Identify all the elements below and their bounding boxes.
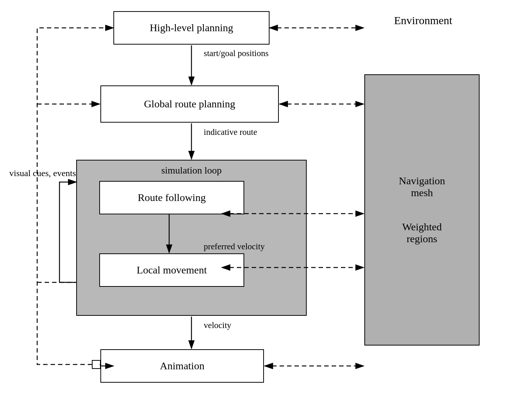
indicative-route-label: indicative route: [204, 126, 257, 138]
high-level-box: High-level planning: [113, 11, 270, 45]
start-goal-label: start/goal positions: [204, 48, 268, 59]
sim-loop-label: simulation loop: [77, 165, 306, 176]
preferred-velocity-label: preferred velocity: [204, 241, 265, 253]
diagram: Environment High-level planning Global r…: [0, 0, 532, 415]
simulation-loop-box: simulation loop Route following Local mo…: [76, 160, 307, 316]
environment-label: Environment: [394, 14, 452, 27]
global-route-box: Global route planning: [100, 85, 279, 123]
nav-mesh-box: Navigationmesh Weightedregions: [364, 74, 480, 346]
velocity-label: velocity: [204, 320, 231, 331]
animation-box: Animation: [100, 349, 264, 383]
visual-cues-label: visual cues, events: [9, 167, 76, 180]
local-movement-box: Local movement: [99, 253, 244, 287]
svg-rect-7: [92, 360, 100, 369]
route-following-box: Route following: [99, 181, 244, 214]
